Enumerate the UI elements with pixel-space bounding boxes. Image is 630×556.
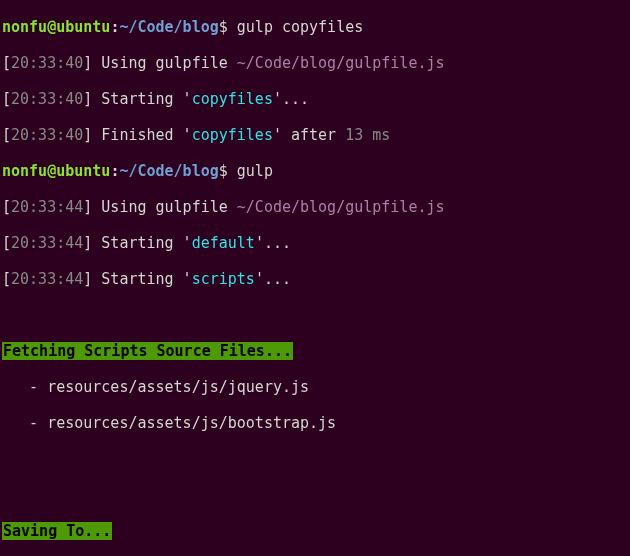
source-file: - resources/assets/js/bootstrap.js (2, 414, 628, 432)
terminal-output: nonfu@ubuntu:~/Code/blog$ gulp copyfiles… (0, 0, 630, 556)
log-line: [20:33:44] Starting 'scripts'... (2, 270, 628, 288)
prompt-line: nonfu@ubuntu:~/Code/blog$ gulp copyfiles (2, 18, 628, 36)
task-name: copyfiles (192, 90, 273, 108)
prompt-path: ~/Code/blog (119, 18, 218, 36)
task-name: default (192, 234, 255, 252)
command-input[interactable]: gulp (237, 162, 273, 180)
gulpfile-path: ~/Code/blog/gulpfile.js (237, 54, 445, 72)
log-text: Using gulpfile (92, 198, 237, 216)
timestamp: 20:33:40 (11, 54, 83, 72)
prompt-at: @ (47, 18, 56, 36)
duration: 13 ms (345, 126, 390, 144)
log-line: [20:33:44] Using gulpfile ~/Code/blog/gu… (2, 198, 628, 216)
log-line: [20:33:40] Using gulpfile ~/Code/blog/gu… (2, 54, 628, 72)
prompt-host: ubuntu (56, 18, 110, 36)
log-line: [20:33:40] Starting 'copyfiles'... (2, 90, 628, 108)
task-name: scripts (192, 270, 255, 288)
section-header: Saving To... (2, 522, 628, 540)
timestamp: 20:33:40 (11, 126, 83, 144)
gulpfile-path: ~/Code/blog/gulpfile.js (237, 198, 445, 216)
prompt-line: nonfu@ubuntu:~/Code/blog$ gulp (2, 162, 628, 180)
bracket-open: [ (2, 54, 11, 72)
log-text: Using gulpfile (92, 54, 237, 72)
prompt-user: nonfu (2, 18, 47, 36)
task-name: copyfiles (192, 126, 273, 144)
timestamp: 20:33:44 (11, 234, 83, 252)
log-text: Starting ' (92, 90, 191, 108)
timestamp: 20:33:44 (11, 270, 83, 288)
bracket-close: ] (83, 54, 92, 72)
blank-line (2, 486, 628, 504)
timestamp: 20:33:44 (11, 198, 83, 216)
section-header: Fetching Scripts Source Files... (2, 342, 628, 360)
blank-line (2, 450, 628, 468)
prompt-dollar: $ (219, 18, 237, 36)
timestamp: 20:33:40 (11, 90, 83, 108)
header-saving-to: Saving To... (2, 522, 112, 540)
source-file: - resources/assets/js/jquery.js (2, 378, 628, 396)
log-line: [20:33:44] Starting 'default'... (2, 234, 628, 252)
prompt-user: nonfu (2, 162, 47, 180)
log-line: [20:33:40] Finished 'copyfiles' after 13… (2, 126, 628, 144)
log-text: Finished ' (92, 126, 191, 144)
blank-line (2, 306, 628, 324)
prompt-host: ubuntu (56, 162, 110, 180)
header-fetching-scripts: Fetching Scripts Source Files... (2, 342, 293, 360)
prompt-path: ~/Code/blog (119, 162, 218, 180)
command-input[interactable]: gulp copyfiles (237, 18, 363, 36)
